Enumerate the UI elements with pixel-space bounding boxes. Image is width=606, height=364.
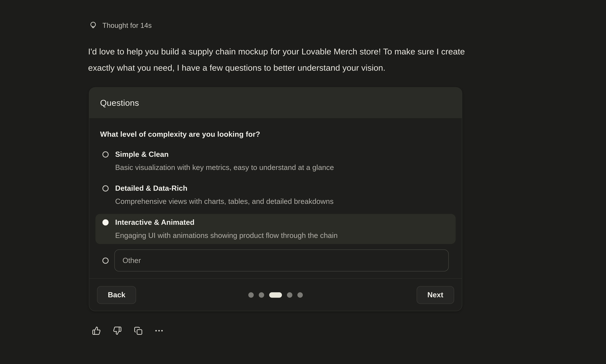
option-interactive-animated[interactable]: Interactive & Animated Engaging UI with … — [95, 214, 456, 244]
step-dot-5 — [297, 292, 303, 298]
option-simple-clean[interactable]: Simple & Clean Basic visualization with … — [95, 146, 456, 176]
chat-message-area: Thought for 14s I'd love to help you bui… — [0, 0, 606, 364]
step-indicator — [248, 292, 303, 298]
back-button[interactable]: Back — [97, 286, 136, 304]
thought-duration-toggle[interactable]: Thought for 14s — [89, 21, 152, 30]
assistant-message-text: I'd love to help you build a supply chai… — [88, 44, 544, 76]
more-options-button[interactable] — [155, 326, 163, 335]
option-other[interactable] — [95, 248, 456, 272]
lightbulb-icon — [89, 21, 97, 30]
questions-card-header: Questions — [89, 88, 462, 119]
option-description: Basic visualization with key metrics, ea… — [115, 163, 334, 172]
card-title: Questions — [100, 98, 139, 108]
thought-label: Thought for 14s — [102, 22, 152, 29]
other-option-input[interactable] — [114, 249, 449, 272]
option-title: Interactive & Animated — [115, 218, 337, 227]
questions-card-body: What level of complexity are you looking… — [89, 119, 462, 272]
next-button[interactable]: Next — [417, 286, 454, 304]
questions-card: Questions What level of complexity are y… — [89, 87, 462, 311]
step-dot-1 — [248, 292, 254, 298]
option-description: Engaging UI with animations showing prod… — [115, 231, 337, 240]
radio-unselected-icon[interactable] — [102, 185, 109, 192]
step-dot-4 — [287, 292, 292, 298]
radio-selected-icon[interactable] — [102, 219, 109, 225]
step-dot-3-active — [269, 292, 282, 298]
option-title: Simple & Clean — [115, 150, 334, 159]
more-options-icon — [155, 326, 163, 335]
question-text: What level of complexity are you looking… — [100, 130, 451, 139]
option-title: Detailed & Data-Rich — [115, 184, 334, 193]
wizard-footer: Back Next — [89, 278, 462, 311]
copy-button[interactable] — [134, 326, 143, 335]
option-description: Comprehensive views with charts, tables,… — [115, 197, 334, 206]
thumbs-up-icon — [92, 326, 101, 335]
option-detailed-data-rich[interactable]: Detailed & Data-Rich Comprehensive views… — [95, 180, 456, 210]
step-dot-2 — [259, 292, 264, 298]
thumbs-up-button[interactable] — [92, 326, 101, 335]
thumbs-down-button[interactable] — [113, 326, 122, 335]
options-list: Simple & Clean Basic visualization with … — [100, 146, 451, 272]
radio-unselected-icon[interactable] — [102, 151, 109, 158]
radio-unselected-icon[interactable] — [102, 257, 109, 264]
copy-icon — [134, 326, 143, 335]
message-actions-bar — [92, 326, 163, 335]
thumbs-down-icon — [113, 326, 122, 335]
